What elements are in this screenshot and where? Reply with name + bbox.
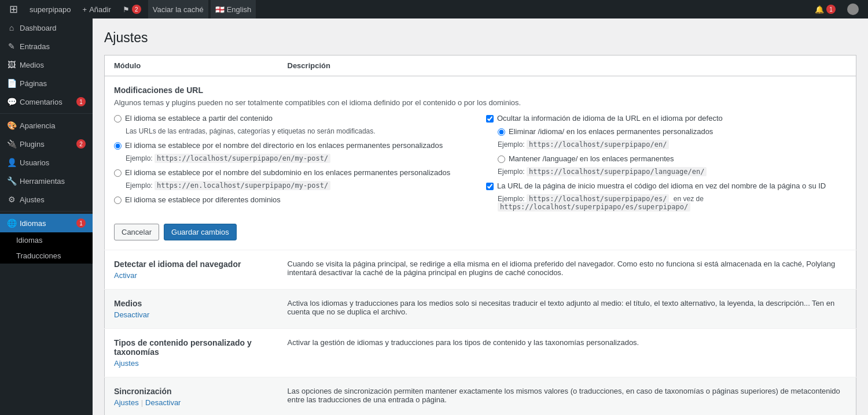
wp-logo-icon: ⊞ [9,3,18,16]
sidebar-divider-2 [0,211,93,212]
url-directory-code: https://localhost/superpipapo/en/my-post… [155,154,330,163]
language-label: English [227,5,252,14]
sidebar-item-tools[interactable]: 🔧 Herramientas [0,172,93,190]
cell-sync-module: Sincronización Ajustes | Desactivar [105,377,278,416]
url-home-example: Ejemplo: https://localhost/superpipapo/e… [498,195,847,211]
url-mod-title: Modificaciones de URL [114,86,847,95]
comments-icon: 💬 [7,97,16,106]
sidebar-sub-idiomas[interactable]: Idiomas [0,232,93,248]
radio-option-domains: El idioma se establece por diferentes do… [114,195,475,204]
sidebar-label-dashboard: Dashboard [20,24,57,32]
sync-title: Sincronización [114,387,269,396]
chk-hide-label: Ocultar la información de idioma de la U… [497,114,723,123]
url-home-sep: en vez de [674,195,704,203]
sidebar-label-posts: Entradas [20,42,50,51]
radio-keep-label: Mantener /language/ en los enlaces perma… [509,154,674,163]
media-module-title: Medios [114,299,269,308]
col-description: Descripción [278,55,856,76]
chk-home-input[interactable] [486,183,494,190]
notifications-button[interactable]: 🔔 1 [810,0,840,18]
dashboard-icon: ⌂ [7,23,16,32]
cell-sync-desc: Las opciones de sincronización permiten … [278,377,856,416]
user-avatar[interactable] [843,0,863,18]
settings-icon: ⚙ [7,195,16,204]
cancel-button[interactable]: Cancelar [114,224,159,240]
clear-cache-button[interactable]: Vaciar la caché [148,0,208,18]
main-content: Ajustes Módulo Descripción Modificacione… [93,18,868,415]
sidebar-item-idiomas[interactable]: 🌐 Idiomas 1 [0,214,93,232]
table-row-media: Medios Desactivar Activa los idiomas y t… [105,290,856,329]
url-keep-example: Ejemplo: https://localhost/superpipapo/l… [498,168,847,176]
sidebar: ⌂ Dashboard ✎ Entradas 🖼 Medios 📄 Página… [0,18,93,415]
sidebar-item-pages[interactable]: 📄 Páginas [0,74,93,92]
detect-browser-activate-link[interactable]: Activar [114,271,137,280]
radio-content[interactable] [114,115,122,123]
sidebar-item-dashboard[interactable]: ⌂ Dashboard [0,18,93,37]
radio-domains[interactable] [114,197,122,204]
wp-logo-button[interactable]: ⊞ [5,0,23,18]
polylang-badge: 2 [132,5,141,14]
cell-media-module: Medios Desactivar [105,290,278,329]
sidebar-item-plugins[interactable]: 🔌 Plugins 2 [0,135,93,153]
sidebar-item-comments[interactable]: 💬 Comentarios 1 [0,92,93,111]
radio-subdomain[interactable] [114,169,122,177]
sidebar-submenu: Idiomas Traducciones [0,232,93,264]
radio-option-subdomain: El idioma se establece por el nombre del… [114,168,475,177]
notifications-icon: 🔔 [815,5,824,14]
custom-post-title: Tipos de contenido personalizado y taxon… [114,338,269,357]
url-mod-left: El idioma se establece a partir del cont… [114,114,475,217]
table-row-custom-post: Tipos de contenido personalizado y taxon… [105,329,856,377]
sync-deactivate-link[interactable]: Desactivar [145,398,181,407]
posts-icon: ✎ [7,42,16,51]
sidebar-label-idiomas: Idiomas [20,219,46,228]
sidebar-item-appearance[interactable]: 🎨 Apariencia [0,116,93,135]
url-mod-right: Ocultar la información de idioma de la U… [486,114,847,217]
radio-directory[interactable] [114,142,122,150]
url-mod-desc: Algunos temas y plugins pueden no ser to… [114,98,847,107]
sidebar-sub-traducciones[interactable]: Traducciones [0,248,93,264]
sidebar-item-users[interactable]: 👤 Usuarios [0,153,93,172]
layout: ⌂ Dashboard ✎ Entradas 🖼 Medios 📄 Página… [0,18,868,415]
detect-browser-links: Activar [114,271,269,280]
sidebar-item-media[interactable]: 🖼 Medios [0,55,93,74]
radio-directory-label: El idioma se establece por el nombre del… [125,141,443,150]
radio-option-directory: El idioma se establece por el nombre del… [114,141,475,150]
radio-remove-input[interactable] [498,128,505,136]
save-button[interactable]: Guardar cambios [164,224,237,240]
plus-icon: + [83,5,87,14]
custom-post-links: Ajustes [114,359,269,368]
url-mod-section: Modificaciones de URL Algunos temas y pl… [105,76,856,250]
sync-settings-link[interactable]: Ajustes [114,398,139,407]
language-switcher[interactable]: 🏴󠁧󠁢󠁥󠁮󠁧󠁿 English [211,0,256,18]
url-mod-row: Modificaciones de URL Algunos temas y pl… [105,76,856,250]
add-new-label: Añadir [89,5,111,14]
radio-keep-input[interactable] [498,155,505,163]
plugins-icon: 🔌 [7,139,16,149]
site-name-button[interactable]: superpipapo [25,0,76,18]
page-title: Ajustes [104,30,856,46]
chk-hide-input[interactable] [486,115,494,123]
plugins-badge: 2 [76,139,86,149]
sidebar-label-tools: Herramientas [20,177,65,186]
media-deactivate-link[interactable]: Desactivar [114,310,149,319]
url-remove-example: Ejemplo: https://localhost/superpipapo/e… [498,140,847,149]
table-row-sync: Sincronización Ajustes | Desactivar Las … [105,377,856,416]
sidebar-label-pages: Páginas [20,79,47,88]
site-name-text: superpipapo [30,5,71,14]
radio-remove-idioma: Eliminar /idioma/ en los enlaces permane… [498,127,847,136]
sidebar-item-settings[interactable]: ⚙ Ajustes [0,190,93,209]
radio-domains-label: El idioma se establece por diferentes do… [125,195,281,204]
sidebar-item-posts[interactable]: ✎ Entradas [0,37,93,55]
add-new-button[interactable]: + Añadir [78,0,116,18]
sidebar-label-media: Medios [20,61,44,69]
sidebar-sub-traducciones-label: Traducciones [16,251,61,260]
polylang-button[interactable]: ⚑ 2 [118,0,146,18]
url-directory-example: Ejemplo: https://localhost/superpipapo/e… [126,154,475,162]
radio-content-label: El idioma se establece a partir del cont… [125,114,273,123]
cell-media-desc: Activa los idiomas y traducciones para l… [278,290,856,329]
chk-home-label: La URL de la página de inicio muestra el… [497,181,826,190]
custom-post-settings-link[interactable]: Ajustes [114,359,139,368]
appearance-icon: 🎨 [7,121,16,130]
radio-subdomain-label: El idioma se establece por el nombre del… [125,168,450,177]
cell-custom-post-desc: Activar la gestión de idiomas y traducci… [278,329,856,377]
